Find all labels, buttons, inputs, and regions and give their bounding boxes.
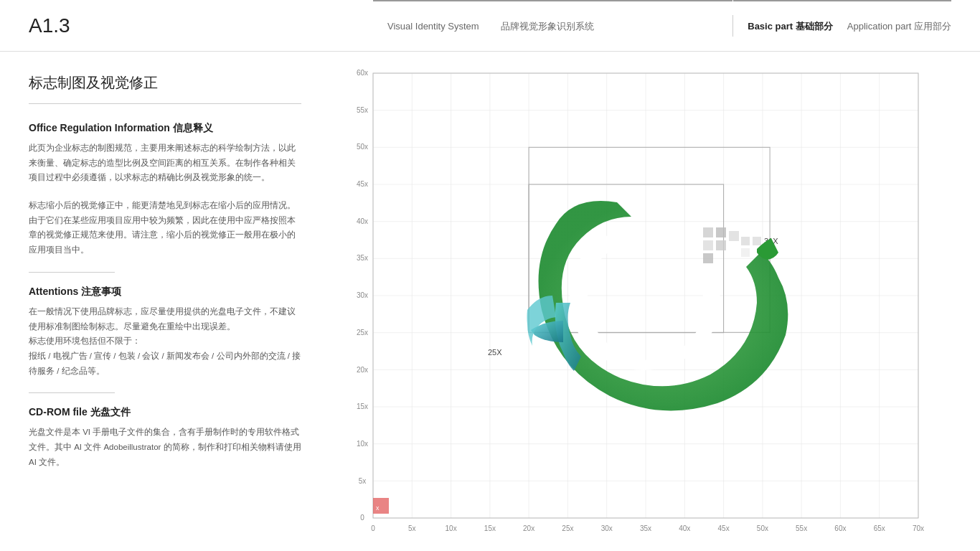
attentions-heading: Attentions 注意事项 [29,286,301,298]
section-title: 标志制图及视觉修正 [29,73,301,104]
block-cdrom: CD-ROM file 光盘文件 光盘文件是本 VI 手册电子文件的集合，含有手… [29,406,301,469]
svg-text:40x: 40x [679,524,690,532]
svg-rect-63 [716,227,726,237]
svg-text:65x: 65x [874,524,885,532]
svg-text:x: x [376,504,380,512]
svg-text:55x: 55x [357,106,368,114]
svg-text:0: 0 [371,524,375,532]
attentions-para3: 报纸 / 电视广告 / 宣传 / 包装 / 会议 / 新闻发布会 / 公司内外部… [29,349,301,378]
attentions-para2: 标志使用环境包括但不限于： [29,334,301,349]
svg-text:5x: 5x [359,477,367,485]
svg-text:0: 0 [360,514,364,522]
main-content: 标志制图及视觉修正 Office Regulation Information … [0,52,980,551]
left-panel: 标志制图及视觉修正 Office Regulation Information … [0,52,330,551]
svg-text:50x: 50x [757,524,768,532]
svg-text:70x: 70x [913,524,924,532]
svg-text:50x: 50x [357,143,368,151]
divider-1 [29,272,115,273]
header-right: Basic part 基础部分 Application part 应用部分 [733,0,951,51]
svg-text:20x: 20x [523,524,534,532]
svg-text:10x: 10x [446,524,457,532]
header-center: Visual Identity System 品牌视觉形象识别系统 [373,0,732,51]
svg-text:15x: 15x [484,524,496,532]
svg-rect-64 [729,231,739,241]
cdrom-heading: CD-ROM file 光盘文件 [29,406,301,419]
header-left: A1.3 [29,14,373,37]
svg-text:60x: 60x [834,524,846,532]
right-panel: 31X 25X x 0 5x 10x 15x 20x 25x 30x 35x 4… [330,52,980,551]
svg-rect-65 [703,240,713,250]
block-attentions: Attentions 注意事项 在一般情况下使用品牌标志，应尽量使用提供的光盘电… [29,286,301,378]
svg-text:40x: 40x [357,217,368,225]
svg-text:30x: 30x [601,524,613,532]
svg-text:55x: 55x [796,524,807,532]
regulation-para2: 标志缩小后的视觉修正中，能更清楚地见到标志在缩小后的应用情况。由于它们在某些应用… [29,198,301,258]
svg-text:60x: 60x [357,69,368,77]
regulation-heading: Office Regulation Information 信息释义 [29,122,301,135]
cdrom-para1: 光盘文件是本 VI 手册电子文件的集合，含有手册制作时的专用软件格式文件。其中 … [29,425,301,469]
regulation-para1: 此页为企业标志的制图规范，主要用来阐述标志的科学绘制方法，以此来衡量、确定标志的… [29,141,301,185]
svg-text:20x: 20x [357,366,368,374]
header: A1.3 Visual Identity System 品牌视觉形象识别系统 B… [0,0,980,52]
attentions-text: 在一般情况下使用品牌标志，应尽量使用提供的光盘电子文件，不建议使用标准制图绘制标… [29,304,301,378]
svg-text:35x: 35x [640,524,651,532]
svg-text:5x: 5x [408,524,416,532]
svg-text:25x: 25x [357,329,368,336]
svg-rect-67 [703,253,713,263]
svg-text:45x: 45x [718,524,730,532]
nav-brand-cn: 品牌视觉形象识别系统 [501,20,594,33]
nav-basic-part: Basic part 基础部分 [748,20,833,33]
grid-chart: 31X 25X x 0 5x 10x 15x 20x 25x 30x 35x 4… [344,66,933,551]
svg-text:10x: 10x [357,440,368,448]
svg-rect-68 [741,237,750,245]
svg-rect-69 [753,237,761,245]
svg-rect-62 [703,227,713,237]
svg-text:30x: 30x [357,291,368,299]
svg-text:25x: 25x [562,524,573,532]
svg-rect-70 [741,248,750,257]
svg-rect-66 [716,240,726,250]
nav-visual-identity: Visual Identity System [387,21,479,32]
nav-application-part: Application part 应用部分 [847,20,951,33]
page-number: A1.3 [29,14,70,37]
attentions-para1: 在一般情况下使用品牌标志，应尽量使用提供的光盘电子文件，不建议使用标准制图绘制标… [29,304,301,334]
block-regulation: Office Regulation Information 信息释义 此页为企业… [29,122,301,258]
label-25x: 25X [488,348,502,357]
svg-text:35x: 35x [357,254,368,262]
divider-2 [29,392,115,393]
svg-text:45x: 45x [357,180,368,188]
svg-text:15x: 15x [357,402,368,410]
